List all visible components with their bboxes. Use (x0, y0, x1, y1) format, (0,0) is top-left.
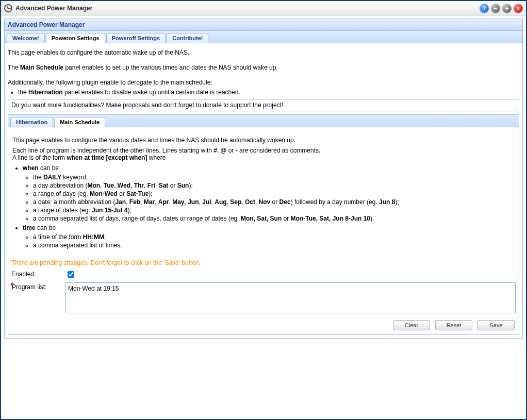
save-button[interactable]: Save (477, 320, 515, 330)
tab-poweroff-settings[interactable]: Poweroff Settings (106, 33, 166, 43)
minimize-button[interactable]: – (491, 4, 500, 13)
app-window: Advanced Power Manager ? – + × Advanced … (0, 0, 527, 420)
daily-a: the (33, 174, 43, 181)
enabled-checkbox[interactable] (68, 271, 74, 278)
dirty-flag-icon (11, 283, 14, 286)
enabled-field (65, 270, 516, 279)
csv-b: Mon, Sat, Sun (241, 215, 282, 222)
tab-main-schedule[interactable]: Main Schedule (54, 117, 105, 127)
content-area: Advanced Power Manager Welcome! Poweron … (1, 15, 526, 419)
window-controls: ? – + × (480, 4, 523, 13)
clear-button[interactable]: Clear (393, 320, 430, 330)
time-sublist: a time of the form HH:MM; a comma separa… (33, 233, 515, 249)
tf-b: HH:MM (83, 233, 104, 241)
daily-b: DAILY (43, 174, 61, 181)
window-title: Advanced Power Manager (15, 5, 480, 12)
intro-line2b: Main Schedule (20, 64, 63, 71)
months-list: Jan, Feb, Mar, Apr, May, Jun, Jul, Aug, … (115, 198, 290, 206)
reset-button[interactable]: Reset (435, 320, 472, 330)
rd-c: or (118, 190, 126, 197)
intro-line1: This page enables to configure the autom… (8, 48, 519, 57)
dt-d: Jun 8 (379, 198, 395, 206)
help-button[interactable]: ? (480, 4, 489, 13)
rdt-b: Jun 15-Jul 4 (92, 207, 127, 214)
programlist-textarea[interactable] (65, 282, 516, 313)
intro-hib-b: Hibernation (28, 89, 63, 96)
enabled-label: Enabled: (11, 270, 65, 278)
schedule-body: This page enables to configure the vario… (8, 127, 519, 334)
intro-line2: The Main Schedule panel enables to set u… (8, 63, 519, 72)
when-sublist: the DAILY keyword; a day abbreviation (M… (33, 174, 515, 222)
time-canbe: can be (36, 224, 56, 231)
p3c: where (147, 154, 166, 161)
tab-poweron-settings[interactable]: Poweron Settings (46, 33, 105, 43)
main-panel: Advanced Power Manager Welcome! Poweron … (4, 19, 523, 339)
when-item: when can be the DAILY keyword; a day abb… (23, 164, 515, 222)
when-canbe: can be (39, 164, 59, 172)
tab-hibernation[interactable]: Hibernation (10, 117, 53, 127)
intro-hib-c: panel enables to disable wake up until a… (63, 89, 240, 96)
p2c: , (217, 147, 221, 154)
sub-tab-strip: Hibernation Main Schedule (8, 115, 519, 127)
p2d: @ (221, 147, 227, 154)
programlist-label-wrap: Program list: (11, 282, 65, 291)
tf-c: ; (104, 233, 106, 241)
csv-c: or (282, 215, 290, 222)
when-label: when (23, 164, 39, 172)
p2e: or (226, 147, 235, 154)
p2b: # (213, 147, 217, 154)
csv-e: ). (370, 215, 374, 222)
intro-hib-a: the (18, 89, 28, 96)
daily-c: keyword; (61, 174, 88, 181)
maximize-button[interactable]: + (502, 4, 512, 13)
rd-b: Mon-Wed (90, 190, 118, 197)
intro-plugin-list: the Hibernation panel enables to disable… (18, 89, 519, 96)
dayabbr-a: a day abbreviation ( (33, 182, 87, 189)
sched-p1: This page enables to configure the vario… (12, 137, 515, 144)
intro-line2c: panel enables to set up the various time… (63, 64, 278, 71)
syntax-list: when can be the DAILY keyword; a day abb… (23, 164, 515, 249)
timeform-item: a time of the form HH:MM; (33, 233, 515, 241)
days-list: Mon, Tue, Wed, Thr, Fri, Sat or Sun (87, 182, 189, 189)
rangedates-item: a range of dates (eg. Jun 15-Jul 4); (33, 207, 515, 214)
dayabbr-c: ); (189, 182, 192, 189)
close-button[interactable]: × (514, 4, 523, 13)
programlist-label: Program list: (12, 283, 46, 291)
rangedays-item: a range of days (eg. Mon-Wed or Sat-Tue)… (33, 190, 515, 197)
rd-e: ); (149, 190, 152, 197)
tf-a: a time of the form (33, 233, 83, 241)
main-tab-strip: Welcome! Poweron Settings Poweroff Setti… (5, 31, 522, 43)
dayabbr-item: a day abbreviation (Mon, Tue, Wed, Thr, … (33, 182, 515, 189)
dt-c: ) followed by a day number (eg. (291, 198, 379, 206)
date-item: a date: a month abbreviation (Jan, Feb, … (33, 198, 515, 206)
sched-p2: Each line of program is independent of t… (12, 147, 515, 154)
panel-title: Advanced Power Manager (5, 19, 522, 31)
time-item: time can be a time of the form HH:MM; a … (23, 224, 515, 249)
sched-p3: A line is of the form when at time [exce… (12, 154, 515, 161)
csv-item: a comma separated list of days, range of… (33, 215, 515, 222)
title-bar: Advanced Power Manager ? – + × (1, 1, 526, 15)
intro-hibernation-item: the Hibernation panel enables to disable… (18, 89, 519, 96)
pending-changes-warning: There are pending changes. Don't forget … (11, 259, 516, 266)
timecsv-item: a comma separated list of times. (33, 242, 515, 249)
p3a: A line is of the form (12, 154, 67, 161)
tab-welcome[interactable]: Welcome! (7, 33, 45, 43)
p2a: Each line of program is independent of t… (12, 147, 213, 154)
csv-a: a comma separated list of days, range of… (33, 215, 241, 222)
rd-d: Sat-Tue (126, 190, 149, 197)
schedule-panel: Hibernation Main Schedule This page enab… (8, 114, 519, 335)
dt-a: a date: a month abbreviation ( (33, 198, 115, 206)
intro-line2a: The (8, 64, 20, 71)
rdt-a: a range of dates (eg. (33, 207, 92, 214)
clock-icon (4, 4, 12, 12)
time-label: time (23, 224, 36, 231)
p3b: when at time [except when] (67, 154, 147, 161)
enabled-row: Enabled: (11, 270, 516, 279)
programlist-field (65, 282, 516, 315)
rdt-c: ); (127, 207, 131, 214)
programlist-row: Program list: (11, 282, 516, 315)
schedule-help: This page enables to configure the vario… (11, 130, 516, 254)
csv-d: Mon-Tue, Sat, Jun 8-Jun 10 (291, 215, 370, 222)
tab-contribute[interactable]: Contribute! (167, 33, 208, 43)
poweron-body: This page enables to configure the autom… (5, 43, 522, 338)
